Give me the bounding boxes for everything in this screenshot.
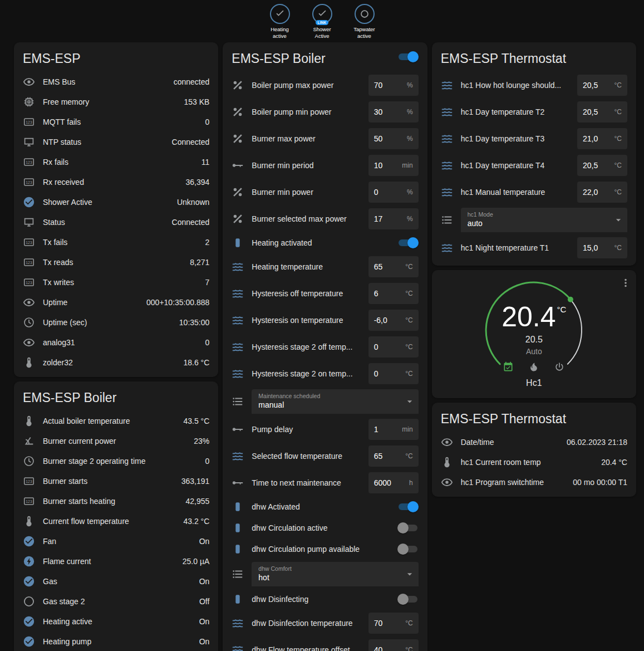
entity-row[interactable]: Current flow temperature43.2 °C — [14, 511, 218, 531]
entity-row[interactable]: hc1 Modeauto — [432, 205, 636, 234]
entity-row[interactable]: Shower ActiveUnknown — [14, 192, 218, 212]
power-icon[interactable] — [554, 361, 565, 373]
number-input[interactable]: 65°C — [368, 446, 419, 467]
number-input[interactable]: 21,0°C — [577, 128, 627, 149]
number-input[interactable]: 0°C — [368, 363, 419, 384]
toggle-switch[interactable] — [397, 237, 419, 248]
status-badge[interactable]: Tapwateractive — [347, 4, 382, 40]
entity-row[interactable]: Burner min power0% — [223, 179, 427, 205]
entity-row[interactable]: hc1 Night temperature T115,0°C — [432, 234, 636, 261]
number-input[interactable]: 22,0°C — [577, 182, 627, 203]
entity-row[interactable]: hc1 Day temperature T420,5°C — [432, 152, 636, 179]
entity-row[interactable]: Heating temperature65°C — [223, 253, 427, 280]
entity-row[interactable]: Actual boiler temperature43.5 °C — [14, 411, 218, 431]
entity-row[interactable]: Boiler pump max power70% — [223, 72, 427, 99]
number-input[interactable]: 20,5°C — [577, 155, 627, 176]
entity-row[interactable]: hc1 Program switchtime00 mo 00:00 T1 — [432, 472, 636, 492]
entity-row[interactable]: hc1 Day temperature T220,5°C — [432, 99, 636, 125]
number-input[interactable]: 30% — [368, 101, 419, 123]
entity-row[interactable]: dhw Circulation active — [223, 517, 427, 539]
entity-row[interactable]: hc1 How hot lounge should...20,5°C — [432, 72, 636, 99]
entity-row[interactable]: Burner current power23% — [14, 431, 218, 451]
entity-row[interactable]: dhw Disinfection temperature70°C — [223, 610, 427, 637]
toggle-switch[interactable] — [397, 522, 419, 533]
entity-row[interactable]: Burner stage 2 operating time0 — [14, 451, 218, 471]
device-icon — [232, 593, 244, 605]
entity-row[interactable]: dhw Circulation pump available — [223, 539, 427, 560]
entity-row[interactable]: Burner max power50% — [223, 125, 427, 152]
toggle-switch[interactable] — [397, 594, 419, 605]
toggle-switch[interactable] — [397, 544, 419, 555]
calendar-check-icon[interactable] — [503, 361, 514, 373]
entity-row[interactable]: 123Burner starts heating42,955 — [14, 491, 218, 511]
entity-row[interactable]: dhw Activated — [223, 496, 427, 517]
entity-row[interactable]: Pump delay1min — [223, 416, 427, 443]
dots-vertical-icon[interactable] — [620, 277, 632, 289]
entity-row[interactable]: Uptime000+10:35:00.888 — [14, 292, 218, 312]
entity-row[interactable]: Boiler pump min power30% — [223, 99, 427, 125]
number-input[interactable]: 10min — [368, 155, 419, 176]
entity-row[interactable]: FanOn — [14, 531, 218, 551]
number-input[interactable]: 70°C — [368, 613, 419, 634]
entity-row[interactable]: 123Tx fails2 — [14, 232, 218, 252]
number-input[interactable]: 20,5°C — [577, 101, 627, 123]
status-badge[interactable]: LINKShowerActive — [305, 4, 340, 40]
number-input[interactable]: 50% — [368, 128, 419, 149]
number-input[interactable]: 70% — [368, 75, 419, 96]
entity-row[interactable]: 123Rx received36,394 — [14, 172, 218, 192]
entity-row[interactable]: GasOn — [14, 571, 218, 591]
number-input[interactable]: 20,5°C — [577, 75, 627, 96]
number-input[interactable]: 17% — [368, 208, 419, 229]
entity-row[interactable]: hc1 Manual temperature22,0°C — [432, 179, 636, 205]
entity-row[interactable]: 123MQTT fails0 — [14, 112, 218, 132]
entity-row[interactable]: dhw Comforthot — [223, 560, 427, 589]
entity-row[interactable]: Time to next maintenance6000h — [223, 469, 427, 496]
number-input[interactable]: 6°C — [368, 283, 419, 304]
entity-row[interactable]: Selected flow temperature65°C — [223, 443, 427, 469]
select-field[interactable]: hc1 Modeauto — [461, 208, 627, 232]
entity-row[interactable]: Hysteresis on temperature-6,0°C — [223, 307, 427, 334]
entity-row[interactable]: hc1 Current room temp20.4 °C — [432, 452, 636, 472]
fire-icon[interactable] — [528, 361, 539, 373]
entity-row[interactable]: 123Tx reads8,271 — [14, 252, 218, 272]
number-input[interactable]: 6000h — [368, 472, 419, 493]
entity-row[interactable]: 123Burner starts363,191 — [14, 471, 218, 491]
toggle-switch[interactable] — [397, 501, 419, 512]
entity-row[interactable]: zolder3218.6 °C — [14, 353, 218, 373]
entity-row[interactable]: Heating pumpOn — [14, 632, 218, 651]
entity-row[interactable]: Hysteresis off temperature6°C — [223, 280, 427, 307]
entity-label: Burner min period — [252, 161, 360, 170]
number-input[interactable]: 0% — [368, 182, 419, 203]
entity-row[interactable]: StatusConnected — [14, 212, 218, 232]
entity-row[interactable]: hc1 Day temperature T321,0°C — [432, 125, 636, 152]
entity-row[interactable]: Hysteresis stage 2 on temp...0°C — [223, 360, 427, 387]
number-input[interactable]: 15,0°C — [577, 237, 627, 258]
entity-row[interactable]: Free memory153 KB — [14, 92, 218, 112]
toggle-switch[interactable] — [397, 51, 419, 62]
entity-row[interactable]: dhw Flow temperature offset40°C — [223, 637, 427, 651]
number-input[interactable]: 40°C — [368, 639, 419, 651]
entity-row[interactable]: 123Tx writes7 — [14, 272, 218, 292]
entity-row[interactable]: EMS Busconnected — [14, 72, 218, 92]
number-input[interactable]: 0°C — [368, 336, 419, 358]
entity-row[interactable]: dhw Disinfecting — [223, 589, 427, 610]
select-field[interactable]: dhw Comforthot — [252, 562, 418, 586]
entity-row[interactable]: NTP statusConnected — [14, 132, 218, 152]
entity-row[interactable]: Hysteresis stage 2 off temp...0°C — [223, 334, 427, 360]
number-input[interactable]: -6,0°C — [368, 310, 419, 331]
status-badge[interactable]: Heatingactive — [263, 4, 297, 40]
entity-row[interactable]: Maintenance scheduledmanual — [223, 387, 427, 416]
entity-row[interactable]: analog310 — [14, 332, 218, 353]
entity-row[interactable]: 123Rx fails11 — [14, 152, 218, 172]
entity-row[interactable]: Uptime (sec)10:35:00 — [14, 312, 218, 332]
entity-row[interactable]: Burner selected max power17% — [223, 205, 427, 232]
entity-row[interactable]: Burner min period10min — [223, 152, 427, 179]
entity-row[interactable]: Gas stage 2Off — [14, 591, 218, 611]
number-input[interactable]: 65°C — [368, 256, 419, 277]
number-input[interactable]: 1min — [368, 419, 419, 440]
entity-row[interactable]: Heating activeOn — [14, 611, 218, 632]
entity-row[interactable]: Heating activated — [223, 232, 427, 253]
entity-row[interactable]: Flame current25.0 µA — [14, 551, 218, 571]
entity-row[interactable]: Date/time06.02.2023 21:18 — [432, 432, 636, 452]
select-field[interactable]: Maintenance scheduledmanual — [252, 389, 418, 414]
